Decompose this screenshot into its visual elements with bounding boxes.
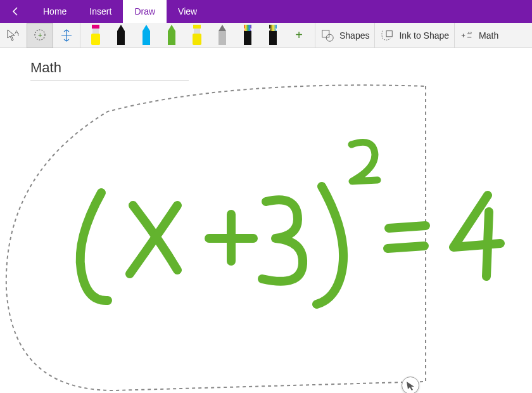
lasso-select-tool[interactable]: + xyxy=(27,23,53,48)
svg-rect-6 xyxy=(91,34,100,45)
ink-to-shape-button[interactable]: Ink to Shape xyxy=(375,23,454,48)
lasso-selection xyxy=(0,48,532,393)
pen-icon xyxy=(265,25,281,46)
svg-marker-9 xyxy=(142,25,150,31)
tab-label: Draw xyxy=(134,6,155,16)
back-button[interactable] xyxy=(0,0,32,23)
svg-marker-11 xyxy=(168,25,175,31)
type-tool[interactable]: AI xyxy=(0,23,27,48)
pen-5[interactable] xyxy=(210,23,235,48)
tab-insert[interactable]: Insert xyxy=(78,0,123,23)
svg-rect-26 xyxy=(387,30,393,36)
pen-gallery: + xyxy=(80,23,315,48)
pen-icon xyxy=(189,25,205,46)
page-title-text: Math xyxy=(30,60,61,75)
plus-icon: + xyxy=(295,28,303,42)
menu-tabs: Home Insert Draw View xyxy=(32,0,208,23)
button-label: Math xyxy=(479,30,498,41)
chevron-left-icon xyxy=(11,7,20,16)
ink-to-shape-group: Ink to Shape xyxy=(375,23,455,48)
svg-rect-15 xyxy=(193,34,201,45)
ink-strokes xyxy=(0,48,532,393)
button-label: Shapes xyxy=(339,30,369,41)
svg-rect-13 xyxy=(193,25,201,29)
svg-rect-5 xyxy=(92,29,99,34)
page-title[interactable]: Math xyxy=(30,60,189,81)
ink-to-shape-icon xyxy=(380,29,394,42)
pen-1[interactable] xyxy=(108,23,134,48)
lasso-cursor-icon xyxy=(405,380,415,390)
drawing-canvas[interactable]: Math xyxy=(0,48,532,393)
pen-3[interactable] xyxy=(159,23,184,48)
add-pen-button[interactable]: + xyxy=(286,23,312,48)
shapes-group: Shapes xyxy=(315,23,375,48)
svg-text:I: I xyxy=(18,32,19,37)
svg-marker-7 xyxy=(117,25,125,31)
svg-rect-17 xyxy=(218,31,226,45)
svg-point-25 xyxy=(326,34,333,41)
pen-icon xyxy=(164,25,179,46)
svg-marker-16 xyxy=(218,25,226,31)
draw-ribbon: AI + + Shapes xyxy=(0,23,532,48)
insert-space-icon xyxy=(59,28,74,43)
lasso-icon: + xyxy=(32,28,48,43)
tab-label: View xyxy=(178,6,197,16)
menu-bar: Home Insert Draw View xyxy=(0,0,532,23)
tab-home[interactable]: Home xyxy=(32,0,78,23)
cursor-text-icon: AI xyxy=(6,28,21,43)
pen-icon xyxy=(240,25,255,46)
svg-rect-8 xyxy=(117,31,125,45)
math-button[interactable]: Math xyxy=(455,23,504,48)
math-group: Math xyxy=(455,23,504,48)
svg-rect-14 xyxy=(194,29,200,34)
pen-6[interactable] xyxy=(235,23,260,48)
pen-icon xyxy=(88,25,103,46)
svg-rect-23 xyxy=(269,31,277,45)
tab-label: Insert xyxy=(89,6,111,16)
math-icon xyxy=(460,29,474,42)
svg-text:+: + xyxy=(38,31,42,39)
pen-4[interactable] xyxy=(184,23,210,48)
lasso-cursor-handle[interactable] xyxy=(402,377,419,393)
svg-rect-12 xyxy=(168,31,175,45)
pen-0[interactable] xyxy=(83,23,108,48)
pen-icon xyxy=(215,25,230,46)
shapes-icon xyxy=(320,29,334,42)
tab-view[interactable]: View xyxy=(167,0,208,23)
tab-label: Home xyxy=(43,6,66,16)
insert-space-tool[interactable] xyxy=(53,23,80,48)
svg-rect-24 xyxy=(322,30,329,37)
pen-icon xyxy=(113,25,129,46)
svg-rect-20 xyxy=(244,31,251,45)
svg-rect-4 xyxy=(92,25,99,29)
selection-tool-group: AI + xyxy=(0,23,80,48)
shapes-button[interactable]: Shapes xyxy=(315,23,374,48)
pen-icon xyxy=(139,25,154,46)
button-label: Ink to Shape xyxy=(399,30,449,41)
tab-draw[interactable]: Draw xyxy=(123,0,167,23)
pen-2[interactable] xyxy=(134,23,159,48)
pen-7[interactable] xyxy=(260,23,286,48)
svg-rect-10 xyxy=(142,31,150,45)
